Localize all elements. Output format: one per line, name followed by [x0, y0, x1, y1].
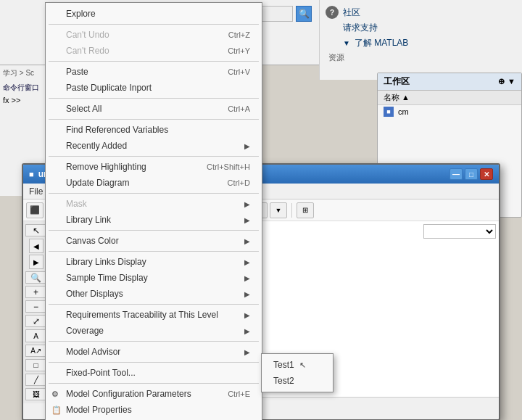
ctx-update-diagram-label: Update Diagram — [66, 178, 129, 188]
ctx-sep1 — [49, 24, 259, 25]
ctx-sep12 — [49, 383, 259, 384]
ctx-lib-links-display-label: Library Links Display — [66, 257, 146, 267]
workspace-expand-icon[interactable]: ⊕ — [498, 77, 505, 86]
ctx-find-ref[interactable]: Find Referenced Variables — [46, 122, 262, 138]
nav-forward-btn[interactable]: ▶ — [29, 255, 44, 269]
ctx-select-all-label: Select All — [66, 104, 102, 114]
mytool-submenu: Test1 ↖ Test2 — [261, 353, 334, 392]
cmd-window-label: 命令行窗口 — [3, 83, 51, 93]
sl-icon-ann1[interactable]: A — [25, 329, 47, 342]
ctx-sep7 — [49, 230, 259, 231]
ctx-model-config[interactable]: ⚙ Model Configuration Parameters Ctrl+E — [46, 386, 262, 402]
ctx-explore[interactable]: Explore — [46, 6, 262, 22]
ctx-sep4 — [49, 119, 259, 120]
workspace-header: 工作区 ⊕ ▼ — [378, 73, 521, 91]
sl-icon-zoomin[interactable]: + — [25, 286, 47, 298]
model-props-icon: 📋 — [51, 405, 62, 415]
ctx-cant-undo-shortcut: Ctrl+Z — [228, 30, 250, 39]
ctx-library-link[interactable]: Library Link ▶ — [46, 212, 262, 228]
toolbar-new-btn[interactable]: ⬛ — [26, 202, 44, 218]
ctx-req-trace[interactable]: Requirements Traceability at This Level … — [46, 307, 262, 323]
close-button[interactable]: ✕ — [480, 168, 493, 180]
ctx-other-displays[interactable]: Other Displays ▶ — [46, 286, 262, 302]
canvas-dropdown-select[interactable] — [424, 225, 495, 238]
sl-icon-zoom[interactable]: 🔍 — [25, 271, 47, 284]
ctx-remove-highlight[interactable]: Remove Highlighting Ctrl+Shift+H — [46, 159, 262, 175]
ctx-model-advisor-arrow: ▶ — [244, 348, 250, 356]
ctx-sample-time[interactable]: Sample Time Display ▶ — [46, 270, 262, 286]
variable-icon: ■ — [384, 107, 394, 117]
community-row[interactable]: ? 社区 — [326, 6, 516, 19]
ctx-paste[interactable]: Paste Ctrl+V — [46, 64, 262, 80]
sl-icon-ann2[interactable]: A↗ — [25, 345, 47, 357]
ctx-canvas-color[interactable]: Canvas Color ▶ — [46, 233, 262, 249]
ctx-model-props[interactable]: 📋 Model Properties — [46, 402, 262, 418]
ctx-sample-time-arrow: ▶ — [244, 274, 250, 282]
ctx-model-advisor[interactable]: Model Advisor ▶ — [46, 344, 262, 360]
variable-name: cm — [398, 107, 409, 116]
ctx-sep6 — [49, 193, 259, 194]
ctx-recently-added[interactable]: Recently Added ▶ — [46, 138, 262, 154]
community-label: 社区 — [343, 7, 360, 19]
fx-label: fx >> — [3, 96, 51, 104]
workspace-menu-icon[interactable]: ▼ — [508, 77, 515, 86]
canvas-dropdown[interactable] — [423, 224, 496, 239]
ctx-sample-time-label: Sample Time Display — [66, 273, 148, 283]
sl-icon-fit[interactable]: ⤢ — [25, 315, 47, 327]
ctx-sep5 — [49, 156, 259, 157]
ctx-update-diagram[interactable]: Update Diagram Ctrl+D — [46, 175, 262, 191]
ctx-remove-highlight-label: Remove Highlighting — [66, 162, 146, 172]
submenu-test1-label: Test1 — [273, 360, 294, 370]
ctx-select-all[interactable]: Select All Ctrl+A — [46, 101, 262, 117]
sl-icon-zoomout[interactable]: − — [25, 300, 47, 313]
ctx-coverage-label: Coverage — [66, 326, 104, 336]
ctx-mask[interactable]: Mask ▶ — [46, 196, 262, 212]
toolbar-sep4 — [291, 203, 292, 218]
ctx-coverage[interactable]: Coverage ▶ — [46, 323, 262, 339]
workspace-col-header: 名称 ▲ — [378, 91, 521, 105]
model-config-icon: ⚙ — [51, 390, 59, 399]
sl-icon-select[interactable]: ↖ — [25, 224, 47, 236]
help-panel: ? 社区 请求支持 ▼ 了解 MATLAB 资源 — [319, 0, 522, 80]
ctx-cant-redo[interactable]: Can't Redo Ctrl+Y — [46, 43, 262, 59]
sl-icon-block[interactable]: □ — [25, 359, 47, 371]
ctx-cant-redo-label: Can't Redo — [66, 46, 109, 56]
submenu-test2-label: Test2 — [273, 376, 294, 386]
learn-matlab-row[interactable]: ▼ 了解 MATLAB — [326, 37, 516, 49]
submenu-test2[interactable]: Test2 — [262, 373, 333, 389]
workspace-item-cm: ■ cm — [378, 105, 521, 118]
sl-icon-img[interactable]: 🖼 — [25, 388, 47, 400]
ctx-fixed-point-label: Fixed-Point Tool... — [66, 368, 136, 378]
nav-buttons: ◀ ▶ — [29, 239, 44, 269]
search-button[interactable]: 🔍 — [296, 6, 312, 22]
request-support-row[interactable]: 请求支持 — [326, 22, 516, 34]
ctx-cant-undo[interactable]: Can't Undo Ctrl+Z — [46, 27, 262, 43]
ctx-lib-links-display[interactable]: Library Links Display ▶ — [46, 254, 262, 270]
ctx-canvas-color-label: Canvas Color — [66, 236, 119, 246]
ctx-coverage-arrow: ▶ — [244, 327, 250, 335]
menu-file[interactable]: File — [26, 186, 46, 197]
ctx-sep9 — [49, 304, 259, 305]
ctx-fixed-point[interactable]: Fixed-Point Tool... — [46, 365, 262, 381]
ctx-update-diagram-shortcut: Ctrl+D — [228, 178, 250, 187]
ctx-explore-label: Explore — [66, 9, 96, 19]
maximize-button[interactable]: □ — [465, 168, 478, 180]
ctx-mask-label: Mask — [66, 199, 87, 209]
workspace-title: 工作区 — [384, 75, 410, 88]
minimize-button[interactable]: — — [450, 168, 463, 180]
ctx-sep3 — [49, 98, 259, 99]
ctx-find-ref-label: Find Referenced Variables — [66, 125, 168, 135]
ctx-mask-arrow: ▶ — [244, 200, 250, 208]
learning-label: 学习 > Sc — [3, 68, 51, 78]
submenu-test1[interactable]: Test1 ↖ — [262, 357, 333, 373]
ctx-paste-dup[interactable]: Paste Duplicate Inport — [46, 80, 262, 96]
toolbar-dropdown-btn2[interactable]: ▼ — [270, 202, 287, 218]
toolbar-grid-btn[interactable]: ⊞ — [297, 202, 314, 218]
resources-label: 资源 — [326, 52, 516, 63]
ctx-recently-added-label: Recently Added — [66, 141, 127, 151]
ctx-sep11 — [49, 362, 259, 363]
ctx-model-advisor-label: Model Advisor — [66, 347, 120, 357]
nav-back-btn[interactable]: ◀ — [29, 239, 44, 253]
ctx-other-displays-label: Other Displays — [66, 289, 123, 299]
sl-icon-line[interactable]: ╱ — [25, 374, 47, 386]
